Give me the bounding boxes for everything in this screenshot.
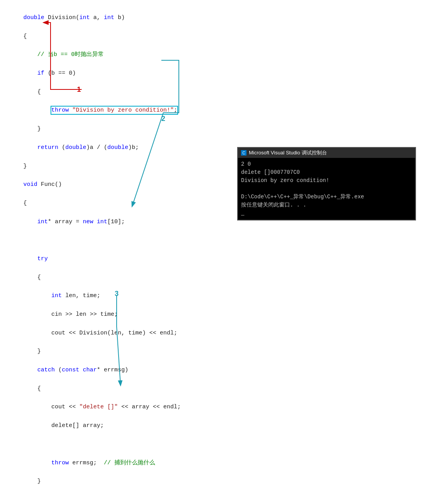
code-line-26: } xyxy=(23,477,181,486)
code-line-1: double Division(int a, int b) xyxy=(23,13,181,23)
code-line-8: return (double)a / (double)b; xyxy=(23,143,181,152)
code-line-27 xyxy=(23,495,181,504)
code-line-13 xyxy=(23,236,181,245)
code-line-24 xyxy=(23,440,181,449)
code-line-23: delete[] array; xyxy=(23,421,181,430)
code-line-14: try xyxy=(23,254,181,264)
console-line-2: delete []0007707C0 xyxy=(241,168,412,177)
label-1: 1 xyxy=(77,86,81,94)
label-2: 2 xyxy=(161,115,165,123)
code-line-22: cout << "delete []" << array << endl; xyxy=(23,402,181,412)
console-titlebar: C Microsoft Visual Studio 调试控制台 xyxy=(238,148,415,158)
code-line-18: cout << Division(len, time) << endl; xyxy=(23,329,181,338)
console-line-5: D:\Code\C++\C++_异常\Debug\C++_异常.exe xyxy=(241,193,412,201)
console-line-3: Division by zero condition! xyxy=(241,177,412,185)
code-line-4: if (b == 0) xyxy=(23,69,181,78)
code-line-6: throw "Division by zero condition!"; xyxy=(23,106,181,115)
console-line-4 xyxy=(241,185,412,193)
code-line-15: { xyxy=(23,273,181,282)
code-editor: double Division(int a, int b) { // 当b ==… xyxy=(23,4,181,504)
console-title: Microsoft Visual Studio 调试控制台 xyxy=(249,149,327,156)
code-line-7: } xyxy=(23,124,181,134)
console-cursor: _ xyxy=(241,209,412,217)
console-body: 2 0 delete []0007707C0 Division by zero … xyxy=(238,158,415,220)
code-line-16: int len, time; xyxy=(23,291,181,301)
code-line-5: { xyxy=(23,88,181,97)
code-line-25: throw errmsg; // 捕到什么抛什么 xyxy=(23,458,181,468)
code-line-9: } xyxy=(23,162,181,171)
console-icon: C xyxy=(241,150,246,156)
label-3: 3 xyxy=(115,290,119,298)
code-line-11: { xyxy=(23,199,181,208)
console-line-1: 2 0 xyxy=(241,160,412,168)
code-line-20: catch (const char* errmsg) xyxy=(23,366,181,375)
console-line-6: 按任意键关闭此窗口. . . xyxy=(241,201,412,209)
console-window: C Microsoft Visual Studio 调试控制台 2 0 dele… xyxy=(237,147,416,220)
code-line-19: } xyxy=(23,347,181,356)
code-line-12: int* array = new int[10]; xyxy=(23,217,181,227)
code-line-10: void Func() xyxy=(23,180,181,189)
code-line-2: { xyxy=(23,32,181,41)
code-line-17: cin >> len >> time; xyxy=(23,310,181,319)
code-line-3: // 当b == 0时抛出异常 xyxy=(23,50,181,60)
code-line-21: { xyxy=(23,384,181,394)
